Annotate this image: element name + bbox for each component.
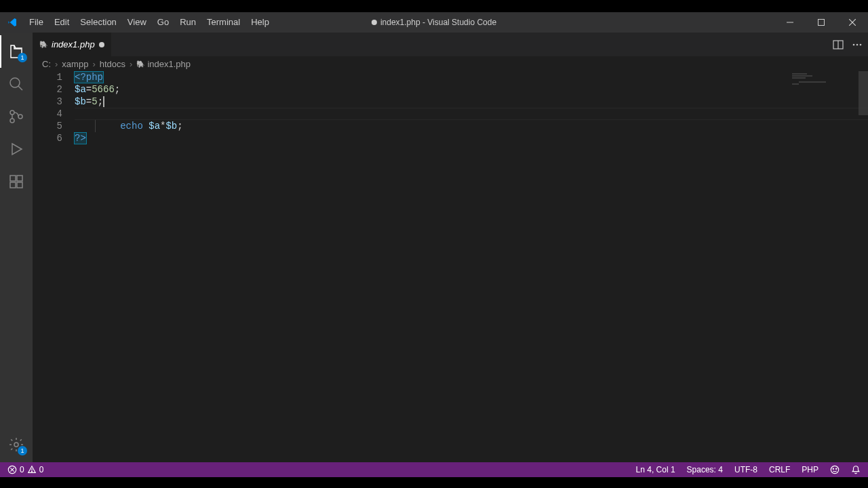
- php-file-icon: 🐘: [39, 41, 47, 48]
- menu-help[interactable]: Help: [245, 12, 275, 33]
- maximize-button[interactable]: [806, 12, 837, 33]
- menu-edit[interactable]: Edit: [49, 12, 75, 33]
- vscode-logo-icon: [0, 17, 24, 28]
- menu-file[interactable]: File: [24, 12, 49, 33]
- svg-point-18: [856, 43, 859, 45]
- tab-bar: 🐘 index1.php: [33, 33, 868, 56]
- php-file-icon: 🐘: [136, 60, 144, 68]
- code-content[interactable]: <?php $a=5666; $b=5; echo $a*$b; ?>: [75, 71, 868, 464]
- svg-point-26: [833, 468, 833, 469]
- activity-search[interactable]: [0, 68, 33, 100]
- tab-label: index1.php: [52, 39, 95, 49]
- window-title: index1.php - Visual Studio Code: [372, 18, 496, 27]
- svg-point-6: [10, 110, 14, 115]
- more-actions-button[interactable]: [852, 39, 863, 50]
- status-feedback[interactable]: [827, 465, 843, 474]
- scrollbar-thumb[interactable]: [859, 71, 868, 115]
- vertical-scrollbar[interactable]: [859, 71, 868, 464]
- tab-index1-php[interactable]: 🐘 index1.php: [33, 33, 112, 56]
- workbench: 1 1 🐘 index1.php: [0, 33, 868, 464]
- activity-bar: 1 1: [0, 33, 33, 464]
- status-indentation[interactable]: Spaces: 4: [684, 465, 726, 474]
- line-number-gutter: 1 2 3 4 5 6: [33, 71, 75, 464]
- svg-rect-13: [17, 182, 22, 188]
- svg-point-19: [860, 43, 862, 45]
- window-controls: [774, 12, 868, 33]
- code-editor[interactable]: 1 2 3 4 5 6 <?php $a=5666; $b=5; echo $a…: [33, 71, 868, 464]
- svg-point-7: [10, 119, 14, 123]
- crumb-xampp: xampp›: [62, 59, 96, 69]
- dirty-indicator-icon: [372, 20, 377, 25]
- close-button[interactable]: [837, 12, 868, 33]
- status-encoding[interactable]: UTF-8: [731, 465, 761, 474]
- menu-go[interactable]: Go: [152, 12, 174, 33]
- svg-rect-11: [17, 176, 22, 181]
- menu-terminal[interactable]: Terminal: [201, 12, 245, 33]
- status-problems[interactable]: 0 0: [4, 465, 47, 474]
- svg-point-27: [836, 468, 837, 469]
- svg-point-4: [10, 78, 20, 87]
- crumb-htdocs: htdocs›: [100, 59, 134, 69]
- split-editor-button[interactable]: [833, 39, 844, 50]
- status-notifications[interactable]: [848, 465, 864, 474]
- activity-source-control[interactable]: [0, 100, 33, 133]
- status-eol[interactable]: CRLF: [766, 465, 793, 474]
- status-language[interactable]: PHP: [798, 465, 822, 474]
- editor-actions: [827, 33, 868, 56]
- settings-badge: 1: [18, 446, 27, 455]
- svg-rect-10: [10, 176, 16, 181]
- svg-point-8: [18, 115, 22, 119]
- svg-rect-12: [10, 182, 16, 188]
- svg-point-14: [14, 443, 18, 447]
- menu-selection[interactable]: Selection: [75, 12, 121, 33]
- menu-view[interactable]: View: [122, 12, 152, 33]
- status-cursor-position[interactable]: Ln 4, Col 1: [633, 465, 679, 474]
- svg-rect-1: [818, 20, 825, 26]
- menu-run[interactable]: Run: [174, 12, 201, 33]
- crumb-file: 🐘index1.php: [136, 59, 191, 69]
- minimap[interactable]: [791, 72, 859, 451]
- activity-extensions[interactable]: [0, 165, 33, 198]
- activity-settings[interactable]: 1: [0, 428, 33, 461]
- tab-dirty-icon: [99, 42, 104, 47]
- breadcrumbs[interactable]: C:› xampp› htdocs› 🐘index1.php: [33, 56, 868, 71]
- activity-run-debug[interactable]: [0, 133, 33, 165]
- activity-explorer[interactable]: 1: [0, 35, 33, 68]
- crumb-drive: C:›: [42, 59, 59, 69]
- minimize-button[interactable]: [774, 12, 806, 33]
- menu-bar: File Edit Selection View Go Run Terminal…: [24, 12, 275, 33]
- text-cursor: [103, 96, 104, 107]
- explorer-badge: 1: [18, 53, 27, 62]
- svg-point-24: [31, 471, 32, 472]
- svg-point-25: [831, 466, 838, 473]
- svg-point-17: [853, 43, 855, 45]
- svg-line-5: [18, 86, 22, 90]
- status-bar: 0 0 Ln 4, Col 1 Spaces: 4 UTF-8 CRLF PHP: [0, 462, 868, 477]
- editor-area: 🐘 index1.php C:› xampp› htdocs› 🐘index1.…: [33, 33, 868, 464]
- svg-marker-9: [12, 144, 22, 155]
- title-bar: File Edit Selection View Go Run Terminal…: [0, 12, 868, 33]
